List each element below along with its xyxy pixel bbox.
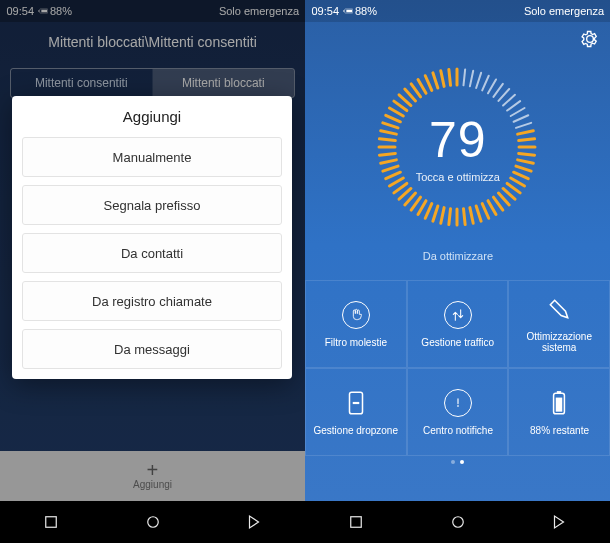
tile-label: Centro notifiche <box>422 425 492 436</box>
svg-line-26 <box>405 193 416 205</box>
page-indicator <box>305 456 610 468</box>
svg-line-42 <box>508 183 521 192</box>
hand-icon <box>342 301 370 329</box>
navigation-bar <box>305 501 610 543</box>
battery-icon <box>545 389 573 417</box>
svg-rect-65 <box>556 397 563 411</box>
svg-line-24 <box>394 183 407 192</box>
svg-line-55 <box>504 95 516 106</box>
svg-line-6 <box>433 73 438 88</box>
svg-point-68 <box>452 517 463 528</box>
svg-rect-74 <box>46 517 57 528</box>
back-icon[interactable] <box>550 513 568 531</box>
optimization-score: 79 <box>415 111 499 169</box>
back-icon[interactable] <box>245 513 263 531</box>
svg-rect-67 <box>353 401 360 403</box>
svg-line-30 <box>433 206 438 221</box>
svg-line-62 <box>464 69 466 85</box>
svg-line-56 <box>499 89 510 101</box>
svg-line-44 <box>514 172 529 179</box>
carrier-label: Solo emergenza <box>524 5 604 17</box>
svg-line-54 <box>508 101 521 110</box>
svg-line-46 <box>518 160 534 163</box>
tile-label: Gestione traffico <box>421 337 494 348</box>
svg-line-9 <box>412 84 421 97</box>
svg-line-5 <box>441 71 444 87</box>
svg-line-38 <box>489 201 497 215</box>
tile-dropzone-management[interactable]: Gestione dropzone <box>305 368 407 456</box>
svg-line-45 <box>516 166 531 171</box>
tile-system-optimization[interactable]: Ottimizzazione sistema <box>508 280 610 368</box>
svg-line-15 <box>383 123 398 128</box>
svg-line-20 <box>381 160 397 163</box>
opt-prefix[interactable]: Segnala prefisso <box>23 185 283 225</box>
recents-icon[interactable] <box>42 513 60 531</box>
svg-line-23 <box>390 178 404 186</box>
opt-from-messages[interactable]: Da messaggi <box>23 329 283 369</box>
home-icon[interactable] <box>449 513 467 531</box>
updown-icon <box>444 301 472 329</box>
recents-icon[interactable] <box>347 513 365 531</box>
svg-line-11 <box>400 95 412 106</box>
svg-line-10 <box>405 89 416 101</box>
gear-icon[interactable] <box>580 29 600 49</box>
svg-line-25 <box>400 188 412 199</box>
svg-line-27 <box>412 197 421 210</box>
status-bar: Solo emergenza 88% 09:54 <box>305 0 610 22</box>
svg-line-51 <box>516 123 531 128</box>
opt-from-contacts[interactable]: Da contatti <box>23 233 283 273</box>
svg-rect-2 <box>343 10 344 12</box>
clock: 09:54 <box>311 5 339 17</box>
svg-line-29 <box>426 204 433 219</box>
dialog-overlay[interactable]: Aggiungi Manualmente Segnala prefisso Da… <box>0 0 305 501</box>
svg-line-32 <box>449 209 451 225</box>
svg-line-12 <box>394 101 407 110</box>
tile-traffic-management[interactable]: Gestione traffico <box>407 280 509 368</box>
tile-label: Ottimizzazione sistema <box>513 331 605 353</box>
svg-line-50 <box>518 131 534 134</box>
svg-line-60 <box>477 73 482 88</box>
opt-from-calllog[interactable]: Da registro chiamate <box>23 281 283 321</box>
svg-line-8 <box>419 79 427 93</box>
feature-grid: Ottimizzazione sistema Gestione traffico… <box>305 280 610 456</box>
svg-rect-1 <box>346 10 352 13</box>
svg-line-7 <box>426 76 433 91</box>
svg-line-61 <box>470 71 473 87</box>
svg-line-47 <box>519 153 535 155</box>
svg-rect-64 <box>557 391 561 393</box>
tile-label: Gestione dropzone <box>314 425 399 436</box>
alert-icon <box>444 389 472 417</box>
svg-line-58 <box>489 79 497 93</box>
navigation-bar <box>0 501 305 543</box>
svg-point-73 <box>147 517 158 528</box>
svg-line-37 <box>483 204 490 219</box>
svg-line-22 <box>386 172 401 179</box>
optimization-dial[interactable]: 79 Tocca e ottimizza <box>373 62 543 232</box>
tile-battery-remaining[interactable]: 88% restante <box>508 368 610 456</box>
svg-line-39 <box>494 197 503 210</box>
svg-line-49 <box>519 139 535 141</box>
opt-manually[interactable]: Manualmente <box>23 137 283 177</box>
home-icon[interactable] <box>144 513 162 531</box>
blocked-senders-screen: Solo emergenza 88% 09:54 Mittenti blocca… <box>0 0 305 543</box>
svg-line-57 <box>494 84 503 97</box>
svg-line-14 <box>386 115 401 122</box>
tile-label: Filtro molestie <box>325 337 387 348</box>
svg-line-21 <box>383 166 398 171</box>
svg-line-34 <box>464 209 466 225</box>
tile-harassment-filter[interactable]: Filtro molestie <box>305 280 407 368</box>
svg-line-17 <box>380 139 396 141</box>
tile-label: 88% restante <box>530 425 589 436</box>
svg-line-31 <box>441 208 444 224</box>
add-dialog: Aggiungi Manualmente Segnala prefisso Da… <box>13 96 293 379</box>
svg-line-52 <box>514 115 529 122</box>
brush-icon <box>545 295 573 323</box>
svg-line-28 <box>419 201 427 215</box>
svg-line-41 <box>504 188 516 199</box>
battery-icon <box>343 6 353 16</box>
phone-icon <box>342 389 370 417</box>
tile-notification-center[interactable]: Centro notifiche <box>407 368 509 456</box>
svg-line-36 <box>477 206 482 221</box>
svg-line-59 <box>483 76 490 91</box>
svg-line-43 <box>511 178 525 186</box>
